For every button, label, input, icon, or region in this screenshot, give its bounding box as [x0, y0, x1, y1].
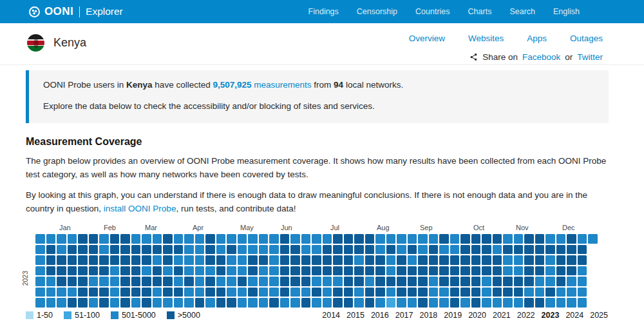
heatmap-cell[interactable] — [78, 277, 88, 286]
heatmap-cell[interactable] — [99, 255, 109, 265]
heatmap-cell[interactable] — [163, 234, 173, 244]
heatmap-cell[interactable] — [290, 255, 300, 265]
heatmap-cell[interactable] — [556, 255, 566, 265]
heatmap-cell[interactable] — [535, 234, 545, 244]
heatmap-cell[interactable] — [460, 255, 470, 265]
heatmap-cell[interactable] — [354, 234, 364, 244]
heatmap-cell[interactable] — [333, 266, 343, 276]
heatmap-cell[interactable] — [174, 255, 184, 265]
heatmap-cell[interactable] — [174, 277, 184, 286]
heatmap-cell[interactable] — [163, 255, 173, 265]
heatmap-cell[interactable] — [312, 298, 321, 308]
heatmap-cell[interactable] — [68, 245, 77, 255]
heatmap-cell[interactable] — [78, 288, 88, 297]
year-option-2023[interactable]: 2023 — [542, 311, 560, 320]
heatmap-cell[interactable] — [142, 255, 151, 265]
heatmap-cell[interactable] — [333, 255, 343, 265]
heatmap-cell[interactable] — [344, 255, 354, 265]
heatmap-cell[interactable] — [35, 255, 45, 265]
heatmap-cell[interactable] — [567, 288, 576, 297]
tab-websites[interactable]: Websites — [468, 34, 504, 43]
heatmap-cell[interactable] — [248, 234, 258, 244]
heatmap-cell[interactable] — [184, 266, 194, 276]
heatmap-cell[interactable] — [153, 245, 162, 255]
heatmap-cell[interactable] — [227, 288, 236, 297]
heatmap-cell[interactable] — [408, 234, 417, 244]
heatmap-cell[interactable] — [354, 277, 364, 286]
heatmap-cell[interactable] — [333, 277, 343, 286]
heatmap-cell[interactable] — [545, 298, 555, 308]
heatmap-cell[interactable] — [269, 277, 279, 286]
heatmap-cell[interactable] — [290, 266, 300, 276]
heatmap-cell[interactable] — [259, 277, 269, 286]
heatmap-cell[interactable] — [556, 298, 566, 308]
heatmap-cell[interactable] — [375, 288, 385, 297]
heatmap-cell[interactable] — [205, 266, 215, 276]
heatmap-cell[interactable] — [439, 277, 449, 286]
heatmap-cell[interactable] — [450, 234, 460, 244]
heatmap-cell[interactable] — [35, 298, 45, 308]
heatmap-cell[interactable] — [503, 234, 513, 244]
nav-link-search[interactable]: Search — [509, 7, 535, 16]
heatmap-cell[interactable] — [567, 245, 576, 255]
heatmap-cell[interactable] — [344, 288, 354, 297]
heatmap-cell[interactable] — [578, 298, 587, 308]
heatmap-cell[interactable] — [323, 255, 332, 265]
heatmap-cell[interactable] — [238, 298, 247, 308]
heatmap-cell[interactable] — [408, 255, 417, 265]
heatmap-cell[interactable] — [323, 288, 332, 297]
heatmap-cell[interactable] — [290, 288, 300, 297]
heatmap-cell[interactable] — [545, 277, 555, 286]
nav-link-charts[interactable]: Charts — [468, 7, 492, 16]
heatmap-cell[interactable] — [280, 277, 290, 286]
heatmap-cell[interactable] — [418, 288, 428, 297]
heatmap-cell[interactable] — [89, 266, 99, 276]
heatmap-cell[interactable] — [216, 298, 226, 308]
heatmap-cell[interactable] — [227, 245, 236, 255]
heatmap-cell[interactable] — [375, 266, 385, 276]
heatmap-cell[interactable] — [524, 298, 534, 308]
heatmap-cell[interactable] — [195, 288, 205, 297]
heatmap-cell[interactable] — [46, 298, 56, 308]
heatmap-cell[interactable] — [184, 298, 194, 308]
heatmap-cell[interactable] — [386, 288, 396, 297]
heatmap-cell[interactable] — [503, 245, 513, 255]
tab-apps[interactable]: Apps — [527, 34, 547, 43]
heatmap-cell[interactable] — [418, 245, 428, 255]
heatmap-cell[interactable] — [493, 234, 502, 244]
heatmap-cell[interactable] — [131, 288, 141, 297]
heatmap-cell[interactable] — [195, 234, 205, 244]
heatmap-cell[interactable] — [269, 288, 279, 297]
heatmap-cell[interactable] — [535, 255, 545, 265]
heatmap-cell[interactable] — [280, 298, 290, 308]
heatmap-cell[interactable] — [493, 245, 502, 255]
heatmap-cell[interactable] — [142, 245, 151, 255]
heatmap-cell[interactable] — [439, 266, 449, 276]
heatmap-cell[interactable] — [131, 234, 141, 244]
heatmap-cell[interactable] — [110, 245, 120, 255]
heatmap-cell[interactable] — [290, 277, 300, 286]
heatmap-cell[interactable] — [578, 234, 587, 244]
heatmap-cell[interactable] — [269, 234, 279, 244]
heatmap-cell[interactable] — [503, 298, 513, 308]
heatmap-cell[interactable] — [120, 245, 130, 255]
nav-link-countries[interactable]: Countries — [415, 7, 450, 16]
heatmap-cell[interactable] — [248, 298, 258, 308]
heatmap-cell[interactable] — [514, 245, 524, 255]
heatmap-cell[interactable] — [195, 255, 205, 265]
heatmap-cell[interactable] — [344, 298, 354, 308]
heatmap-cell[interactable] — [375, 234, 385, 244]
heatmap-cell[interactable] — [120, 255, 130, 265]
heatmap-cell[interactable] — [312, 255, 321, 265]
heatmap-cell[interactable] — [99, 234, 109, 244]
heatmap-cell[interactable] — [142, 234, 151, 244]
heatmap-cell[interactable] — [567, 234, 576, 244]
heatmap-cell[interactable] — [344, 277, 354, 286]
heatmap-cell[interactable] — [280, 234, 290, 244]
heatmap-cell[interactable] — [163, 266, 173, 276]
heatmap-cell[interactable] — [503, 288, 513, 297]
heatmap-cell[interactable] — [439, 255, 449, 265]
heatmap-cell[interactable] — [205, 245, 215, 255]
heatmap-cell[interactable] — [429, 277, 439, 286]
heatmap-cell[interactable] — [365, 245, 375, 255]
